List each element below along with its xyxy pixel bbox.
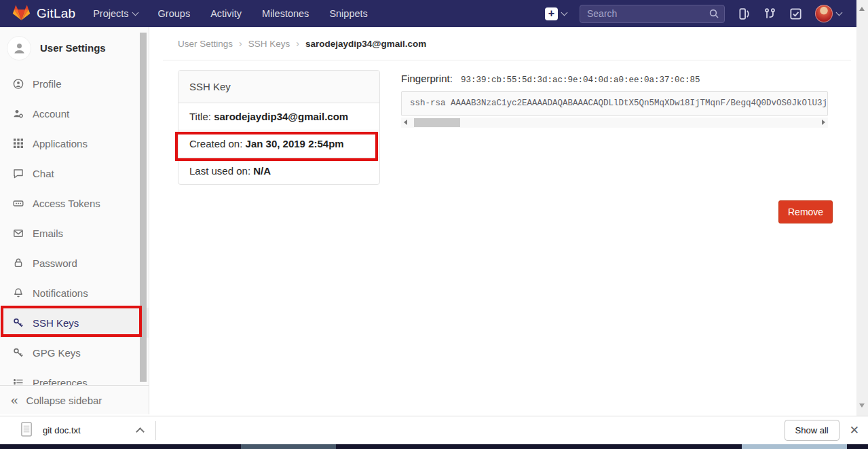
taskbar-segment (241, 444, 336, 449)
emails-icon (13, 228, 24, 239)
collapse-sidebar-label: Collapse sidebar (26, 395, 102, 406)
created-value: Jan 30, 2019 2:54pm (246, 138, 344, 149)
sidebar-item-chat[interactable]: Chat (0, 158, 149, 188)
breadcrumb-separator: › (296, 38, 299, 49)
sidebar-item-profile[interactable]: Profile (0, 69, 149, 98)
nav-right-cluster: + (545, 5, 850, 23)
close-icon[interactable]: ✕ (850, 425, 859, 436)
sidebar-item-label: Access Tokens (33, 198, 100, 209)
sidebar-item-account[interactable]: Account (0, 98, 149, 128)
breadcrumb-divider (163, 60, 851, 60)
sidebar-item-label: Password (33, 257, 77, 269)
sidebar-item-label: Emails (33, 228, 63, 239)
brand-name: GitLab (37, 6, 75, 21)
sidebar-item-notifications[interactable]: Notifications (0, 278, 149, 308)
user-menu[interactable] (815, 5, 842, 22)
nav-links: Projects Groups Activity Milestones Snip… (93, 8, 368, 19)
sidebar-item-label: Profile (33, 78, 62, 90)
chevron-down-icon (132, 9, 138, 16)
fingerprint-label: Fingerprint: (401, 73, 453, 84)
collapse-icon: « (11, 393, 18, 406)
sidebar-item-password[interactable]: Password (0, 248, 149, 278)
taskbar-sliver (0, 444, 868, 449)
chat-icon (13, 168, 24, 179)
public-key-horizontal-scrollbar[interactable] (401, 118, 828, 128)
settings-sidebar: User Settings Profile Account Applicatio… (0, 27, 149, 414)
file-icon (20, 421, 33, 440)
sidebar-title: User Settings (40, 42, 106, 54)
nav-link-activity[interactable]: Activity (210, 8, 242, 19)
nav-link-milestones[interactable]: Milestones (262, 8, 309, 19)
account-icon (13, 108, 24, 120)
download-item[interactable]: git doc.txt (0, 421, 156, 440)
download-bar-actions: Show all ✕ (785, 420, 868, 441)
gpg-key-icon (13, 347, 24, 359)
fingerprint-row: Fingerprint: 93:39:cb:55:5d:3d:ac:9e:04:… (401, 73, 700, 85)
show-all-button[interactable]: Show all (785, 420, 839, 441)
title-label: Title: (189, 111, 211, 122)
scroll-left-arrow-icon[interactable] (404, 120, 407, 125)
merge-request-icon[interactable] (763, 7, 776, 20)
tanuki-logo-icon (12, 3, 31, 24)
scroll-down-arrow-icon[interactable] (859, 403, 865, 408)
remove-button[interactable]: Remove (778, 200, 833, 223)
nav-link-groups[interactable]: Groups (158, 8, 191, 19)
ssh-key-icon (13, 317, 24, 329)
public-key-box[interactable]: ssh-rsa AAAAB3NzaC1yc2EAAAADAQABAAACAQDL… (401, 91, 828, 116)
gitlab-brand[interactable]: GitLab (12, 3, 75, 24)
chevron-up-icon[interactable] (136, 427, 145, 436)
fingerprint-value: 93:39:cb:55:5d:3d:ac:9e:04:0d:a0:ee:0a:3… (461, 75, 700, 85)
page-scrollbar[interactable] (856, 0, 868, 416)
plus-icon: + (545, 7, 558, 20)
gitlab-ssh-key-page: GitLab Projects Groups Activity Mileston… (0, 0, 868, 449)
top-navbar: GitLab Projects Groups Activity Mileston… (0, 0, 856, 27)
scroll-up-arrow-icon[interactable] (859, 7, 865, 11)
sidebar-item-label: Applications (33, 138, 88, 149)
breadcrumb: User Settings › SSH Keys › sarodejaydip3… (178, 38, 426, 49)
ssh-key-created-row: Created on: Jan 30, 2019 2:54pm (178, 130, 379, 158)
ssh-key-title-row: Title: sarodejaydip34@gmail.com (178, 103, 379, 130)
last-used-value: N/A (253, 165, 271, 177)
search-box (580, 5, 725, 23)
new-menu-button[interactable]: + (545, 7, 567, 20)
sidebar-item-emails[interactable]: Emails (0, 218, 149, 248)
sidebar-scrollbar-thumb[interactable] (140, 33, 147, 382)
avatar (815, 5, 833, 22)
sidebar-item-ssh-keys[interactable]: SSH Keys (0, 308, 149, 338)
user-avatar-icon (7, 36, 31, 60)
download-file-name[interactable]: git doc.txt (43, 425, 81, 435)
sidebar-item-label: Account (33, 108, 69, 120)
sidebar-item-label: GPG Keys (33, 347, 81, 359)
sidebar-item-access-tokens[interactable]: Access Tokens (0, 188, 149, 218)
created-label: Created on: (189, 138, 242, 149)
taskbar-segment (742, 444, 847, 449)
main-content: User Settings › SSH Keys › sarodejaydip3… (149, 27, 856, 416)
collapse-sidebar-button[interactable]: « Collapse sidebar (0, 385, 149, 414)
chevron-down-icon (836, 9, 843, 16)
issues-icon[interactable] (738, 7, 751, 20)
chevron-down-icon (561, 9, 568, 16)
breadcrumb-current: sarodejaydip34@gmail.com (305, 39, 426, 49)
breadcrumb-ssh-keys[interactable]: SSH Keys (248, 39, 290, 49)
scroll-right-arrow-icon[interactable] (822, 120, 825, 125)
profile-icon (13, 78, 24, 90)
breadcrumb-user-settings[interactable]: User Settings (178, 39, 233, 49)
sidebar-item-label: Notifications (33, 287, 88, 299)
sidebar-item-label: Chat (33, 168, 54, 179)
sidebar-item-applications[interactable]: Applications (0, 128, 149, 158)
search-icon (709, 8, 719, 22)
nav-link-projects[interactable]: Projects (93, 8, 137, 19)
download-bar: git doc.txt Show all ✕ (0, 416, 868, 444)
title-value: sarodejaydip34@gmail.com (214, 111, 348, 122)
sidebar-header: User Settings (0, 27, 149, 69)
horizontal-scrollbar-thumb[interactable] (414, 118, 460, 127)
nav-link-snippets[interactable]: Snippets (329, 8, 367, 19)
applications-icon (13, 138, 24, 149)
ssh-key-card: SSH Key Title: sarodejaydip34@gmail.com … (178, 70, 380, 185)
search-input[interactable] (580, 5, 725, 23)
todo-check-icon[interactable] (789, 7, 802, 20)
sidebar-item-gpg-keys[interactable]: GPG Keys (0, 338, 149, 367)
sidebar-item-label: SSH Keys (33, 317, 79, 329)
ssh-key-card-header: SSH Key (178, 71, 379, 103)
access-tokens-icon (13, 198, 24, 209)
